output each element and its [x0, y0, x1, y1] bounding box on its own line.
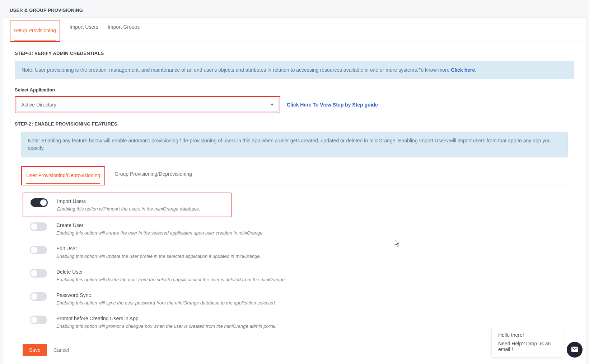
feature-title: Password Sync: [56, 292, 276, 298]
feature-desc: Enabling this option will prompt a dialo…: [56, 323, 277, 329]
subtab-user-provisioning-highlight: User Provisioning/Deprovisioning: [21, 166, 105, 185]
feature-edit-user-text: Edit User Enabling this option will upda…: [56, 246, 261, 259]
select-application-highlight: Active Directory: [15, 96, 280, 113]
features-list: Import Users Enabling this option will i…: [21, 185, 568, 341]
step1-title: STEP-1: VERIFY ADMIN CREDENTIALS: [15, 51, 574, 56]
step1-note-text: Note: User provisioning is the creation,…: [22, 67, 451, 73]
tab-setup-provisioning[interactable]: Setup Provisioning: [14, 21, 56, 41]
chevron-down-icon: [270, 104, 274, 106]
toggle-delete-user[interactable]: [30, 269, 47, 278]
tab-import-groups[interactable]: Import Groups: [108, 18, 140, 42]
feature-import-users-highlight: Import Users Enabling this option will i…: [23, 193, 232, 217]
feature-title: Prompt before Creating Users in App.: [56, 316, 277, 321]
step-by-step-guide-link[interactable]: Click Here To View Step by Step guide: [287, 102, 378, 108]
select-application-label: Select Application: [15, 87, 574, 93]
provisioning-card: USER & GROUP PROVISIONING Setup Provisio…: [3, 3, 586, 364]
feature-prompt-before-creating-text: Prompt before Creating Users in App. Ena…: [56, 316, 277, 329]
mail-icon: [571, 345, 579, 354]
help-line2: Need Help? Drop us an email !: [498, 341, 556, 352]
help-bubble: Hello there! Need Help? Drop us an email…: [491, 327, 563, 358]
content: STEP-1: VERIFY ADMIN CREDENTIALS Note: U…: [3, 42, 586, 364]
step1-note: Note: User provisioning is the creation,…: [15, 61, 574, 79]
feature-desc: Enabling this option will update the use…: [56, 254, 261, 259]
main-tabs: Setup Provisioning Import Users Import G…: [3, 18, 586, 42]
step2-title: STEP-2: ENABLE PROVISIONING FEATURES: [15, 121, 574, 127]
toggle-prompt-before-creating[interactable]: [30, 316, 47, 324]
feature-desc: Enabling this option will delete the use…: [56, 277, 286, 282]
sub-tabs: User Provisioning/Deprovisioning Group P…: [21, 166, 568, 185]
feature-title: Create User: [56, 222, 264, 228]
feature-title: Delete User: [56, 269, 286, 275]
feature-delete-user-text: Delete User Enabling this option will de…: [56, 269, 286, 282]
step2-inner: Note: Enabling any feature below will en…: [15, 132, 574, 356]
step1-note-link[interactable]: Click here: [451, 67, 475, 73]
toggle-password-sync[interactable]: [30, 292, 47, 301]
feature-create-user-text: Create User Enabling this option will cr…: [56, 222, 264, 236]
help-fab[interactable]: [567, 342, 583, 358]
toggle-import-users[interactable]: [31, 198, 48, 207]
tab-import-users[interactable]: Import Users: [70, 18, 98, 42]
feature-create-user: Create User Enabling this option will cr…: [23, 217, 566, 241]
step2-note: Note: Enabling any feature below will en…: [21, 132, 568, 157]
feature-desc: Enabling this option will create the use…: [56, 230, 264, 236]
cancel-button[interactable]: Cancel: [53, 347, 69, 353]
help-line1: Hello there!: [498, 332, 556, 338]
toggle-edit-user[interactable]: [30, 246, 47, 254]
actions: Save Cancel: [21, 341, 568, 356]
feature-edit-user: Edit User Enabling this option will upda…: [23, 241, 566, 264]
select-application-value: Active Directory: [21, 102, 56, 108]
step1-note-suffix: .: [475, 67, 476, 73]
feature-delete-user: Delete User Enabling this option will de…: [23, 264, 566, 287]
feature-desc: Enabling this option will sync the user …: [56, 300, 276, 306]
save-button[interactable]: Save: [23, 344, 47, 356]
feature-import-users-text: Import Users Enabling this option will i…: [57, 198, 200, 212]
tab-setup-provisioning-highlight: Setup Provisioning: [10, 20, 60, 42]
toggle-create-user[interactable]: [30, 222, 47, 231]
select-application-row: Active Directory Click Here To View Step…: [15, 96, 574, 113]
feature-password-sync-text: Password Sync Enabling this option will …: [56, 292, 276, 306]
feature-title: Edit User: [56, 246, 261, 251]
subtab-group-provisioning[interactable]: Group Provisioning/Deprovisioning: [114, 166, 192, 185]
feature-password-sync: Password Sync Enabling this option will …: [23, 287, 566, 311]
subtab-user-provisioning[interactable]: User Provisioning/Deprovisioning: [26, 167, 100, 184]
select-application[interactable]: Active Directory: [17, 98, 279, 112]
feature-prompt-before-creating: Prompt before Creating Users in App. Ena…: [23, 311, 566, 334]
feature-desc: Enabling this option will import the use…: [57, 206, 200, 212]
feature-title: Import Users: [57, 198, 200, 204]
card-title: USER & GROUP PROVISIONING: [3, 3, 586, 18]
